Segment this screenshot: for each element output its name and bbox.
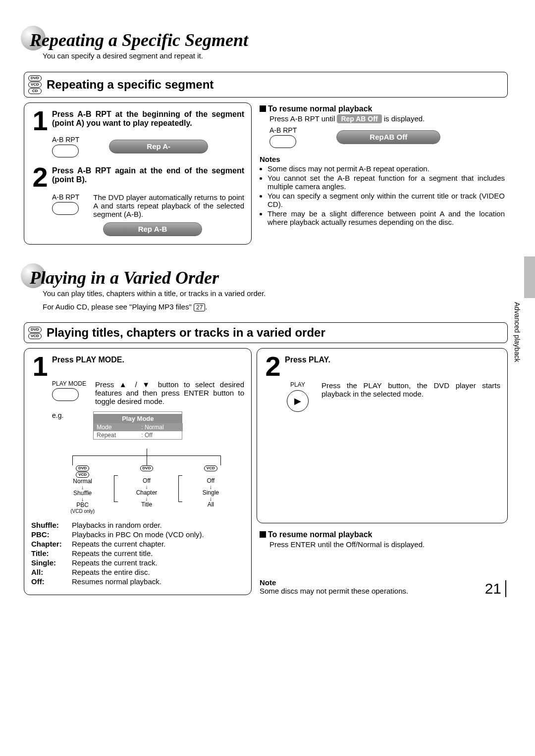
page-ref: 27 — [194, 303, 205, 311]
section2-step1-card: 1 Press PLAY MODE. PLAY MODE Press ▲ / ▼… — [24, 348, 252, 595]
def-key: All: — [31, 568, 69, 576]
section2-sub2-pre: For Audio CD, please see "Playing MP3 fi… — [43, 302, 194, 311]
bracket-icon — [114, 475, 118, 502]
def-val: Repeats the entire disc. — [72, 568, 150, 576]
osd-chip: Rep AB Off — [337, 114, 381, 123]
disc-tag: VCD — [204, 465, 217, 471]
step-number: 1 — [31, 355, 49, 377]
disc-tag: DVD — [76, 465, 89, 471]
page-number: 21 — [485, 580, 506, 597]
section1-right: To resume normal playback Press A-B RPT … — [257, 102, 508, 245]
def-val: Playbacks in PBC On mode (VCD only). — [72, 530, 204, 539]
connector-line — [220, 455, 221, 465]
arrow-down-icon — [145, 484, 148, 489]
side-section-label: Advanced playback — [513, 302, 521, 362]
pm-mode-key: Mode — [94, 423, 138, 431]
square-bullet-icon — [260, 105, 266, 112]
note-item: You can specify a segment only within th… — [268, 192, 505, 208]
step1-body: Press ▲ / ▼ button to select desired fea… — [95, 380, 244, 405]
pm-repeat-key: Repeat — [94, 431, 138, 439]
connector-line — [147, 449, 147, 455]
def-key: Shuffle: — [31, 521, 69, 529]
button-label: A-B RPT — [269, 126, 297, 134]
osd-rep-a: Rep A- — [109, 140, 208, 153]
button-label: PLAY — [287, 381, 309, 388]
pm-mode-val: : Normal — [138, 423, 183, 431]
note-item: There may be a slight difference between… — [268, 209, 505, 226]
tree-node: Title — [134, 501, 159, 508]
def-val: Repeats the current title. — [72, 549, 153, 557]
tree-node: Single — [198, 489, 223, 496]
step1-text: Press PLAY MODE. — [52, 355, 244, 364]
connector-line — [72, 455, 73, 465]
note-heading: Note — [260, 578, 505, 587]
note-item: You cannot set the A-B repeat function f… — [268, 174, 505, 191]
tree-node: PBC — [70, 502, 95, 508]
bracket-icon — [178, 475, 182, 502]
section2-title: Playing in a Varied Order — [30, 267, 508, 288]
note-item: Some discs may not permit A-B repeat ope… — [268, 164, 505, 173]
section2-step2-card: 2 Press PLAY. PLAY ▶ Press the PLAY butt… — [257, 348, 508, 523]
def-val: Repeats the current track. — [72, 558, 158, 567]
step2-text: Press PLAY. — [285, 355, 330, 364]
section1-title: Repeating a Specific Segment — [30, 30, 508, 50]
note-text: Some discs may not permit these operatio… — [260, 587, 505, 595]
def-val: Playbacks in random order. — [72, 521, 162, 529]
def-val: Resumes normal playback. — [72, 577, 161, 586]
section1-bar-title: Repeating a specific segment — [47, 78, 214, 92]
tree-node: All — [198, 501, 223, 508]
def-key: Chapter: — [31, 540, 69, 548]
button-label: A-B RPT — [52, 193, 79, 201]
side-tab — [524, 256, 535, 298]
arrow-down-icon — [81, 497, 84, 502]
resume-heading: To resume normal playback — [268, 104, 372, 113]
osd-repab-off: RepAB Off — [336, 130, 440, 144]
ab-rpt-button-icon — [269, 135, 296, 148]
notes-heading: Notes — [260, 155, 505, 163]
section2-bar: DVD VCD Playing titles, chapters or trac… — [24, 322, 508, 343]
tree-node: Off — [198, 477, 223, 484]
step2-body: The DVD player automatically returns to … — [93, 193, 244, 218]
def-val: Repeats the current chapter. — [72, 540, 165, 548]
tree-node: Off — [134, 477, 159, 484]
play-button-icon: ▶ — [287, 390, 309, 412]
disc-tag: VCD — [28, 333, 42, 339]
pm-repeat-val: : Off — [138, 431, 183, 439]
def-key: PBC: — [31, 530, 69, 539]
disc-tag: DVD — [28, 327, 42, 333]
disc-tags: DVD VCD CD — [28, 75, 42, 94]
ab-rpt-button-icon — [52, 145, 79, 157]
tree-node: Normal — [70, 478, 95, 485]
arrow-down-icon — [145, 496, 148, 501]
step-number: 1 — [31, 110, 49, 132]
eg-label: e.g. — [52, 411, 63, 419]
step-number: 2 — [264, 355, 282, 377]
arrow-down-icon — [210, 496, 213, 501]
resume2-heading: To resume normal playback — [268, 530, 372, 539]
connector-line — [147, 455, 147, 465]
disc-tag: CD — [28, 88, 42, 94]
disc-tags: DVD VCD — [28, 327, 42, 339]
playmode-panel-title: Play Mode — [94, 414, 182, 423]
section1-steps-card: 1 Press A-B RPT at the beginning of the … — [24, 102, 252, 245]
playmode-button-icon — [52, 388, 79, 401]
section2-sub2-post: . — [205, 302, 207, 311]
tree-node: Chapter — [134, 489, 159, 496]
step-number: 2 — [31, 166, 49, 188]
disc-tag: VCD — [76, 472, 89, 478]
definitions-list: Shuffle:Playbacks in random order. PBC:P… — [31, 521, 244, 586]
arrow-down-icon — [81, 485, 84, 490]
section2-bar-title: Playing titles, chapters or tracks in a … — [47, 326, 325, 340]
disc-tag: DVD — [140, 465, 154, 471]
step1-text: Press A-B RPT at the beginning of the se… — [52, 110, 244, 128]
section1-subtitle: You can specify a desired segment and re… — [43, 51, 508, 60]
disc-tag: VCD — [28, 82, 42, 88]
disc-tag: DVD — [28, 75, 42, 81]
button-label: PLAY MODE — [52, 380, 86, 387]
notes-list: Some discs may not permit A-B repeat ope… — [260, 164, 505, 226]
resume-line-post: is displayed. — [382, 114, 425, 123]
tree-node-sub: (VCD only) — [69, 508, 96, 514]
square-bullet-icon — [260, 531, 266, 538]
resume-line-pre: Press A-B RPT until — [269, 114, 337, 123]
resume2-line: Press ENTER until the Off/Normal is disp… — [269, 540, 505, 549]
